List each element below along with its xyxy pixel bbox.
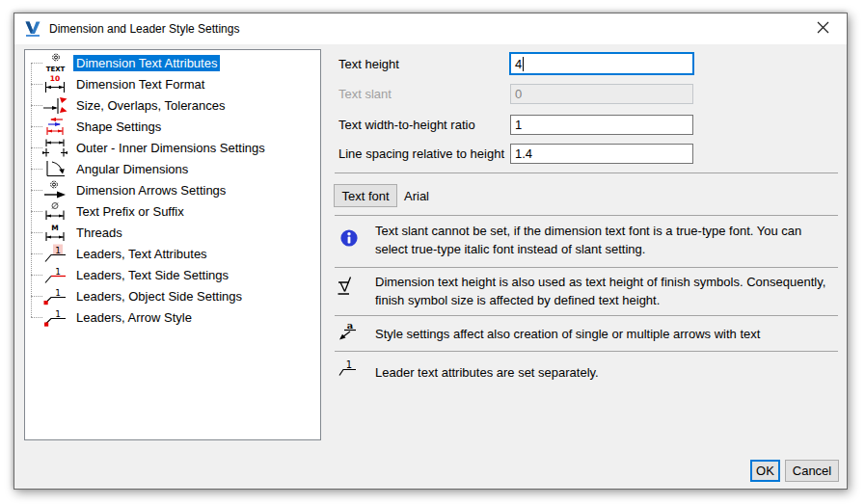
note-line: Dimension text height is also used as te… xyxy=(375,273,830,291)
leader-text-attr-icon: 1 xyxy=(42,244,68,263)
tree-item-dimension-text-attributes[interactable]: TEXT Dimension Text Attributes xyxy=(25,52,320,73)
arrow-with-text-icon: a xyxy=(337,320,360,343)
dimension-style-dialog: Dimension and Leader Style Settings TEXT… xyxy=(14,13,848,490)
width-height-ratio-value: 1 xyxy=(515,118,522,132)
size-tolerances-icon xyxy=(42,95,68,115)
note-line: finish symbol size is affected by define… xyxy=(375,291,830,309)
leader-arrow-icon: 1 xyxy=(42,307,68,327)
ok-button[interactable]: OK xyxy=(750,460,780,482)
tree-item-label: Outer - Inner Dimensions Settings xyxy=(73,140,268,156)
leader-text-side-icon: 1 xyxy=(42,265,68,284)
tree-guide xyxy=(31,317,42,318)
width-height-ratio-input[interactable]: 1 xyxy=(510,115,693,135)
tree-item-outer-inner-dimensions[interactable]: Outer - Inner Dimensions Settings xyxy=(25,137,320,158)
text-height-value: 4 xyxy=(515,57,522,71)
tree-item-text-prefix-suffix[interactable]: Text Prefix or Suffix xyxy=(25,200,320,222)
tree-item-threads[interactable]: M Threads xyxy=(25,222,320,243)
separator xyxy=(335,215,838,216)
tree-item-label: Leaders, Text Side Settings xyxy=(73,267,231,283)
tree-item-shape-settings[interactable]: Shape Settings xyxy=(25,116,320,137)
dialog-title: Dimension and Leader Style Settings xyxy=(49,22,239,36)
tree-guide xyxy=(31,232,42,233)
varicad-logo-icon xyxy=(24,20,41,38)
tree-guide xyxy=(31,275,42,276)
cancel-button[interactable]: Cancel xyxy=(785,460,839,482)
tree-item-leaders-arrow-style[interactable]: 1 Leaders, Arrow Style xyxy=(25,306,320,328)
note-line: Text slant cannot be set, if the dimensi… xyxy=(375,222,830,240)
tree-item-leaders-text-side[interactable]: 1 Leaders, Text Side Settings xyxy=(25,264,320,285)
svg-text:TEXT: TEXT xyxy=(46,66,66,73)
title-bar[interactable]: Dimension and Leader Style Settings xyxy=(14,13,847,44)
shape-settings-icon xyxy=(42,117,68,136)
svg-text:10: 10 xyxy=(50,74,60,83)
tree-item-label: Leaders, Arrow Style xyxy=(73,309,195,326)
text-caret xyxy=(523,57,524,71)
tree-guide xyxy=(31,105,42,106)
width-height-ratio-label: Text width-to-height ratio xyxy=(338,115,475,135)
tree-guide xyxy=(31,296,42,297)
note-line: select true-type italic font instead of … xyxy=(375,240,830,258)
tree-guide xyxy=(31,211,42,212)
tree-item-angular-dimensions[interactable]: Angular Dimensions xyxy=(25,158,320,179)
tree-guide xyxy=(31,147,42,148)
text-height-label: Text height xyxy=(338,52,399,75)
close-button[interactable] xyxy=(806,16,839,41)
note-finish-symbols: Dimension text height is also used as te… xyxy=(375,273,830,309)
tree-item-size-overlaps-tolerances[interactable]: Size, Overlaps, Tolerances xyxy=(25,94,320,116)
tree-item-label: Size, Overlaps, Tolerances xyxy=(73,97,228,114)
text-slant-input: 0 xyxy=(510,84,693,104)
svg-text:1: 1 xyxy=(55,246,61,255)
svg-text:1: 1 xyxy=(55,288,61,298)
leader-1-icon: 1 xyxy=(338,358,361,381)
tree-item-leaders-text-attributes[interactable]: 1 Leaders, Text Attributes xyxy=(25,243,320,264)
tree-item-label: Leaders, Object Side Settings xyxy=(73,288,245,305)
selected-font-name: Arial xyxy=(404,184,429,207)
tree-item-leaders-object-side[interactable]: 1 Leaders, Object Side Settings xyxy=(25,285,320,306)
text-font-button[interactable]: Text font xyxy=(334,184,397,207)
gear-text-icon: TEXT xyxy=(42,53,68,72)
tree-guide xyxy=(31,169,42,170)
note-arrows-with-text: Style settings affect also creation of s… xyxy=(375,325,830,343)
tree-item-dimension-text-format[interactable]: 10 Dimension Text Format xyxy=(25,73,320,94)
note-text-slant: Text slant cannot be set, if the dimensi… xyxy=(375,222,830,258)
svg-text:M: M xyxy=(51,224,58,232)
dim-arrows-icon xyxy=(42,180,68,199)
line-spacing-input[interactable]: 1.4 xyxy=(510,144,693,164)
line-spacing-value: 1.4 xyxy=(515,146,532,161)
text-slant-value: 0 xyxy=(515,87,522,101)
tree-item-label: Dimension Text Attributes xyxy=(73,55,220,71)
finish-symbol-icon xyxy=(337,275,360,298)
dim-text-format-icon: 10 xyxy=(42,74,68,93)
prefix-suffix-icon xyxy=(42,201,68,221)
tree-item-label: Dimension Arrows Settings xyxy=(73,182,229,199)
threads-icon: M xyxy=(42,223,68,242)
separator xyxy=(335,315,838,316)
tree-guide xyxy=(31,253,42,254)
line-spacing-label: Line spacing relative to height xyxy=(338,144,504,164)
separator xyxy=(335,351,838,352)
tree-item-label: Text Prefix or Suffix xyxy=(73,203,187,220)
close-icon xyxy=(817,20,829,38)
separator xyxy=(335,172,838,173)
svg-text:1: 1 xyxy=(55,309,61,319)
tree-guide xyxy=(31,126,42,127)
note-leader-attributes: Leader text attributes are set separatel… xyxy=(375,363,830,382)
tree-guide xyxy=(31,190,42,191)
text-height-input[interactable]: 4 xyxy=(509,52,694,75)
outer-inner-icon xyxy=(42,138,68,157)
info-icon xyxy=(340,229,358,247)
tree-item-dimension-arrows-settings[interactable]: Dimension Arrows Settings xyxy=(25,179,320,200)
tree-item-label: Angular Dimensions xyxy=(73,161,191,177)
svg-text:1: 1 xyxy=(346,359,352,370)
tree-item-label: Threads xyxy=(73,225,125,241)
leader-object-side-icon: 1 xyxy=(42,286,68,305)
separator xyxy=(335,267,838,268)
tree-item-label: Dimension Text Format xyxy=(73,76,207,93)
note-line: Leader text attributes are set separatel… xyxy=(375,363,830,382)
text-slant-label: Text slant xyxy=(338,84,392,104)
style-category-tree: TEXT Dimension Text Attributes 10 Dimens… xyxy=(24,49,321,440)
tree-guide xyxy=(31,63,42,64)
note-line: Style settings affect also creation of s… xyxy=(375,325,830,343)
angular-icon xyxy=(42,159,68,178)
svg-text:1: 1 xyxy=(55,267,61,277)
